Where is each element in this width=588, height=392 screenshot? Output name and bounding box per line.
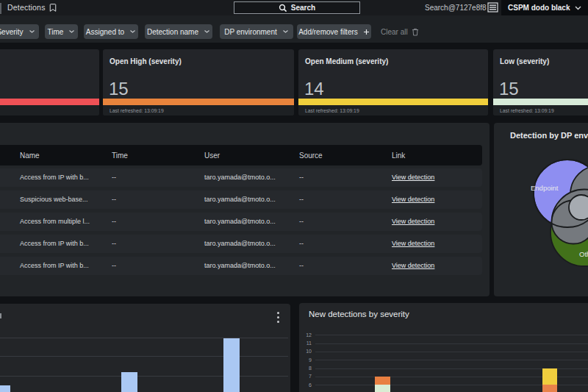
svg-text:Endpoint: Endpoint	[531, 184, 559, 192]
svg-text:Other: Other	[579, 250, 588, 258]
